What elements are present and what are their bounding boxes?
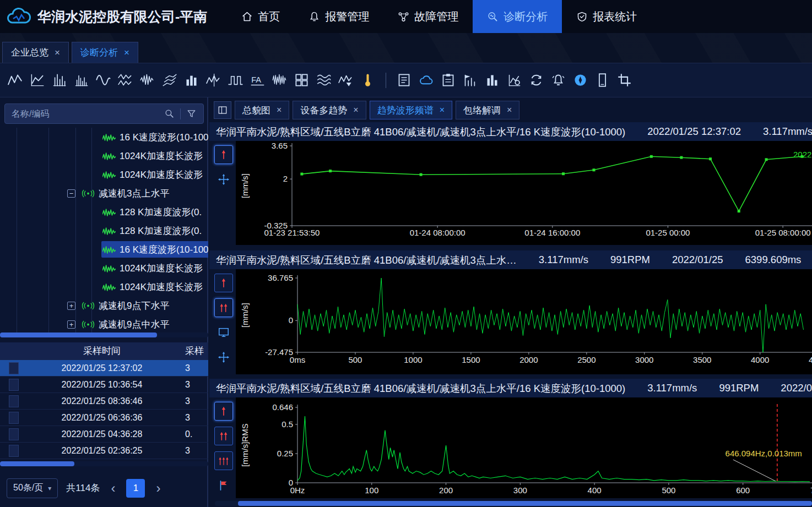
grid-icon[interactable] <box>294 73 309 88</box>
screen-button[interactable] <box>214 323 233 342</box>
close-icon[interactable]: × <box>440 105 445 115</box>
chart-tab-envelope-demodulation[interactable]: 包络解调× <box>456 101 519 119</box>
tree-item-wave-128k-b[interactable]: 128 K加速度波形(0. <box>0 221 208 240</box>
close-icon[interactable]: × <box>55 47 60 58</box>
page-tab-diagnosis[interactable]: 诊断分析× <box>72 42 138 63</box>
layout-icon[interactable] <box>214 101 231 119</box>
tree-item-sensor-9-down-horizontal[interactable]: +减速机9点下水平 <box>0 296 208 315</box>
expand-icon[interactable]: + <box>67 320 75 329</box>
tree-item-wave-1024k-b[interactable]: 1024K加速度长波形 <box>0 165 208 184</box>
table-scrollbar-thumb[interactable] <box>0 461 74 466</box>
nav-item-label: 报警管理 <box>325 9 369 24</box>
trend-chart[interactable]: [mm/s]3.652-0.32501-23 21:53:5001-24 08:… <box>236 141 812 245</box>
filter-icon[interactable] <box>186 108 197 119</box>
tree-item-wave-1024k-c[interactable]: 1024K加速度长波形 <box>0 259 208 277</box>
tree-scrollbar[interactable] <box>0 332 208 337</box>
flag-chart-icon[interactable] <box>463 73 478 88</box>
close-icon[interactable]: × <box>353 105 358 115</box>
nav-item-alarm[interactable]: 报警管理 <box>294 0 383 33</box>
table-row[interactable]: 2022/01/25 08:36:463 <box>0 393 208 410</box>
triple-wave-icon[interactable] <box>316 73 331 88</box>
expand-icon[interactable]: + <box>67 302 75 310</box>
compass-icon[interactable] <box>573 73 588 88</box>
cursor-double-button[interactable] <box>214 298 233 317</box>
alarm-bell-icon[interactable] <box>551 73 566 88</box>
notebook-icon[interactable] <box>397 73 412 88</box>
page-size-select[interactable]: 50条/页 ▾ <box>7 478 58 498</box>
table-row[interactable]: 2022/01/25 12:37:023 <box>0 360 208 377</box>
chart-tab-device-trends[interactable]: 设备多趋势× <box>293 101 366 119</box>
close-icon[interactable]: × <box>507 105 512 115</box>
trend-icon[interactable] <box>8 73 23 88</box>
row-select-cell[interactable] <box>9 412 19 424</box>
beat-wave-icon[interactable] <box>140 73 155 88</box>
row-select-cell[interactable] <box>9 445 19 457</box>
tree-item-wave-16k-a[interactable]: 16 K速度波形(10-1000) <box>0 128 208 146</box>
table-row[interactable]: 2022/01/25 02:36:253 <box>0 443 208 459</box>
waveform-chart[interactable]: [mm/s]36.7650-27.4750ms50010001500200025… <box>236 269 812 374</box>
line-chart-icon[interactable] <box>30 73 45 88</box>
spectrum-cursor-icon[interactable] <box>52 73 67 88</box>
main-scrollbar-thumb[interactable] <box>238 501 812 506</box>
move-button[interactable] <box>214 170 233 189</box>
row-select-cell[interactable] <box>9 428 19 440</box>
search-input[interactable] <box>12 109 159 119</box>
columns-icon[interactable] <box>485 73 500 88</box>
table-row[interactable]: 2022/01/25 10:36:543 <box>0 377 208 393</box>
thermometer-icon[interactable] <box>360 73 375 88</box>
table-scrollbar[interactable] <box>0 461 208 466</box>
sine-wave-icon[interactable] <box>96 73 111 88</box>
tree-item-wave-16k-selected[interactable]: 16 K速度波形(10-1000) <box>0 240 208 259</box>
cursor-harmonic-button[interactable] <box>214 451 233 470</box>
cursor-single-button[interactable] <box>214 402 233 421</box>
process-icon[interactable] <box>529 73 544 88</box>
crop-icon[interactable] <box>617 73 632 88</box>
waterfall-icon[interactable] <box>162 73 177 88</box>
double-wave-icon[interactable] <box>118 73 133 88</box>
marked-wave-icon[interactable] <box>206 73 221 88</box>
report-icon[interactable] <box>441 73 456 88</box>
chart-settings-icon[interactable] <box>507 73 522 88</box>
close-icon[interactable]: × <box>124 47 129 58</box>
search-icon[interactable] <box>164 108 175 119</box>
row-select-cell[interactable] <box>9 379 19 391</box>
row-select-cell[interactable] <box>9 395 19 407</box>
prev-page-button[interactable]: ‹ <box>108 482 118 495</box>
nav-item-home[interactable]: 首页 <box>227 0 294 33</box>
spectrum-chart[interactable]: [mm/s]RMS0.6460.50.2500Hz100200300400500… <box>236 397 812 498</box>
collapse-icon[interactable]: − <box>67 189 75 198</box>
device-icon[interactable] <box>595 73 610 88</box>
bars-icon[interactable] <box>184 73 199 88</box>
cursor-double-button[interactable] <box>214 427 233 445</box>
nav-item-fault[interactable]: 故障管理 <box>383 0 473 33</box>
cloud-icon[interactable] <box>419 73 434 88</box>
nav-item-report[interactable]: 报表统计 <box>562 0 651 33</box>
move-button[interactable] <box>214 348 233 367</box>
row-select-cell[interactable] <box>9 362 19 374</box>
table-row[interactable]: 2022/01/25 04:36:280. <box>0 426 208 443</box>
current-page-button[interactable]: 1 <box>126 479 145 498</box>
nav-item-diagnosis[interactable]: 诊断分析 <box>473 0 562 33</box>
close-icon[interactable]: × <box>277 105 282 115</box>
main-scrollbar[interactable] <box>215 501 812 506</box>
table-row[interactable]: 2022/01/25 06:36:363 <box>0 410 208 426</box>
tree-item-sensor-9-mid-horizontal[interactable]: +减速机9点中水平 <box>0 315 208 332</box>
fa-analysis-icon[interactable]: FA <box>250 73 265 88</box>
tree-scrollbar-thumb[interactable] <box>0 332 157 337</box>
svg-text:3.65: 3.65 <box>272 141 288 150</box>
chart-tab-trend-wave-spectrum[interactable]: 趋势波形频谱× <box>370 101 452 119</box>
step-wave-icon[interactable] <box>228 73 243 88</box>
next-page-button[interactable]: › <box>153 482 163 495</box>
comb-spectrum-icon[interactable] <box>74 73 89 88</box>
tree-item-wave-1024k-d[interactable]: 1024K加速度长波形 <box>0 277 208 296</box>
flag-button[interactable] <box>214 476 233 495</box>
pointer-wave-icon[interactable] <box>338 73 353 88</box>
tree-item-wave-1024k-a[interactable]: 1024K加速度长波形 <box>0 146 208 165</box>
cursor-single-button[interactable] <box>214 145 233 164</box>
page-tab-enterprise-overview[interactable]: 企业总览× <box>2 42 69 63</box>
dense-wave-icon[interactable] <box>272 73 287 88</box>
tree-item-wave-128k-a[interactable]: 128 K加速度波形(0. <box>0 203 208 221</box>
cursor-single-button[interactable] <box>214 274 233 292</box>
tree-item-sensor-3-up-horizontal[interactable]: −减速机3点上水平 <box>0 184 208 203</box>
chart-tab-overview-map[interactable]: 总貌图× <box>235 101 289 119</box>
